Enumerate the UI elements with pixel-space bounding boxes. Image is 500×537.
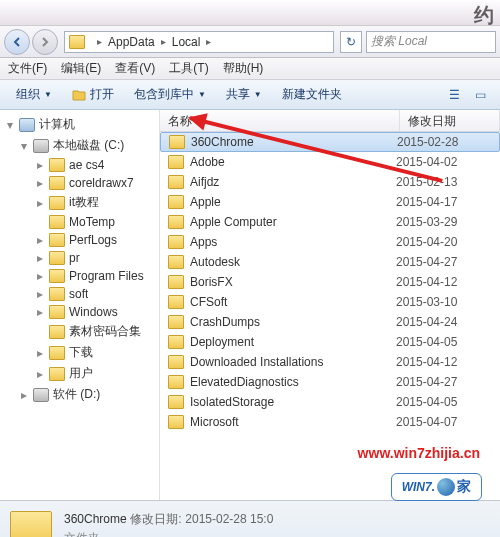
tree-item[interactable]: ▸Windows [0, 303, 159, 321]
tree-item[interactable]: ▾本地磁盘 (C:) [0, 135, 159, 156]
list-panel[interactable]: 名称 修改日期 360Chrome2015-02-28Adobe2015-04-… [160, 110, 500, 500]
breadcrumb-part[interactable]: Local [172, 35, 201, 49]
list-row[interactable]: Deployment2015-04-05 [160, 332, 500, 352]
folder-icon [49, 325, 65, 339]
share-button[interactable]: 共享▼ [218, 84, 270, 106]
tree-item-label: it教程 [69, 194, 99, 211]
breadcrumb-sep: ▸ [161, 36, 166, 47]
expander-icon[interactable]: ▸ [34, 235, 45, 246]
row-date: 2015-04-02 [396, 155, 457, 169]
list-row[interactable]: CrashDumps2015-04-24 [160, 312, 500, 332]
list-row[interactable]: Adobe2015-04-02 [160, 152, 500, 172]
menu-file[interactable]: 文件(F) [8, 60, 47, 77]
tree-item[interactable]: ▸PerfLogs [0, 231, 159, 249]
list-row[interactable]: ElevatedDiagnostics2015-04-27 [160, 372, 500, 392]
expander-icon[interactable]: ▸ [34, 271, 45, 282]
expander-icon[interactable] [34, 326, 45, 337]
expander-icon[interactable] [34, 217, 45, 228]
expander-icon[interactable]: ▸ [34, 253, 45, 264]
list-row[interactable]: Downloaded Installations2015-04-12 [160, 352, 500, 372]
menu-edit[interactable]: 编辑(E) [61, 60, 101, 77]
tree-item[interactable]: ▸Program Files [0, 267, 159, 285]
tree-item-label: 本地磁盘 (C:) [53, 137, 124, 154]
tree-item[interactable]: ▸soft [0, 285, 159, 303]
folder-open-icon [72, 89, 86, 101]
expander-icon[interactable]: ▾ [4, 119, 15, 130]
list-row[interactable]: Microsoft2015-04-07 [160, 412, 500, 432]
column-date[interactable]: 修改日期 [400, 110, 500, 131]
expander-icon[interactable]: ▸ [34, 289, 45, 300]
tree-item[interactable]: ▸pr [0, 249, 159, 267]
row-name: Apple Computer [190, 215, 396, 229]
list-row[interactable]: Apple2015-04-17 [160, 192, 500, 212]
expander-icon[interactable]: ▸ [34, 178, 45, 189]
menu-view[interactable]: 查看(V) [115, 60, 155, 77]
folder-icon [168, 255, 184, 269]
expander-icon[interactable]: ▾ [18, 140, 29, 151]
organize-button[interactable]: 组织▼ [8, 84, 60, 106]
tree-item[interactable]: ▸软件 (D:) [0, 384, 159, 405]
preview-icon[interactable]: ▭ [468, 84, 492, 106]
tree-item-label: soft [69, 287, 88, 301]
tree-item[interactable]: ▸ae cs4 [0, 156, 159, 174]
tree-item[interactable]: 素材密码合集 [0, 321, 159, 342]
main-content: ▾计算机▾本地磁盘 (C:)▸ae cs4▸coreldrawx7▸it教程Mo… [0, 110, 500, 500]
list-row[interactable]: Aifjdz2015-02-13 [160, 172, 500, 192]
row-name: Microsoft [190, 415, 396, 429]
list-header: 名称 修改日期 [160, 110, 500, 132]
folder-icon [69, 35, 85, 49]
tree-item[interactable]: ▸用户 [0, 363, 159, 384]
folder-icon [168, 395, 184, 409]
back-button[interactable] [4, 29, 30, 55]
include-button[interactable]: 包含到库中▼ [126, 84, 214, 106]
tree-panel[interactable]: ▾计算机▾本地磁盘 (C:)▸ae cs4▸coreldrawx7▸it教程Mo… [0, 110, 160, 500]
tree-item[interactable]: ▸下载 [0, 342, 159, 363]
menu-tools[interactable]: 工具(T) [169, 60, 208, 77]
row-name: Deployment [190, 335, 396, 349]
list-row[interactable]: CFSoft2015-03-10 [160, 292, 500, 312]
column-name[interactable]: 名称 [160, 110, 400, 131]
breadcrumb[interactable]: ▸ AppData ▸ Local ▸ [64, 31, 334, 53]
list-row[interactable]: Apps2015-04-20 [160, 232, 500, 252]
tree-item-label: 软件 (D:) [53, 386, 100, 403]
list-row[interactable]: Apple Computer2015-03-29 [160, 212, 500, 232]
folder-icon [49, 305, 65, 319]
expander-icon[interactable]: ▸ [18, 389, 29, 400]
row-name: ElevatedDiagnostics [190, 375, 396, 389]
row-date: 2015-04-07 [396, 415, 457, 429]
folder-icon [168, 335, 184, 349]
expander-icon[interactable]: ▸ [34, 197, 45, 208]
menu-help[interactable]: 帮助(H) [223, 60, 264, 77]
expander-icon[interactable]: ▸ [34, 160, 45, 171]
tree-item[interactable]: ▸coreldrawx7 [0, 174, 159, 192]
list-row[interactable]: BorisFX2015-04-12 [160, 272, 500, 292]
folder-icon [169, 135, 185, 149]
breadcrumb-part[interactable]: AppData [108, 35, 155, 49]
tree-item-label: pr [69, 251, 80, 265]
list-row[interactable]: IsolatedStorage2015-04-05 [160, 392, 500, 412]
row-name: Apple [190, 195, 396, 209]
list-row[interactable]: Autodesk2015-04-27 [160, 252, 500, 272]
list-row[interactable]: 360Chrome2015-02-28 [160, 132, 500, 152]
tree-item[interactable]: ▸it教程 [0, 192, 159, 213]
tree-item-label: 下载 [69, 344, 93, 361]
forward-button[interactable] [32, 29, 58, 55]
tree-item[interactable]: MoTemp [0, 213, 159, 231]
watermark-url: www.win7zhijia.cn [358, 445, 480, 461]
expander-icon[interactable]: ▸ [34, 368, 45, 379]
tree-item[interactable]: ▾计算机 [0, 114, 159, 135]
search-input[interactable]: 搜索 Local [366, 31, 496, 53]
new-folder-button[interactable]: 新建文件夹 [274, 84, 350, 106]
refresh-button[interactable]: ↻ [340, 31, 362, 53]
corner-watermark: 约 [474, 2, 494, 29]
tree-item-label: Program Files [69, 269, 144, 283]
expander-icon[interactable]: ▸ [34, 347, 45, 358]
open-button[interactable]: 打开 [64, 84, 122, 106]
expander-icon[interactable]: ▸ [34, 307, 45, 318]
details-name: 360Chrome 修改日期: 2015-02-28 15:0 [64, 511, 273, 528]
folder-icon [168, 295, 184, 309]
folder-icon [168, 195, 184, 209]
view-icon[interactable]: ☰ [442, 84, 466, 106]
folder-icon [49, 251, 65, 265]
titlebar [0, 0, 500, 26]
